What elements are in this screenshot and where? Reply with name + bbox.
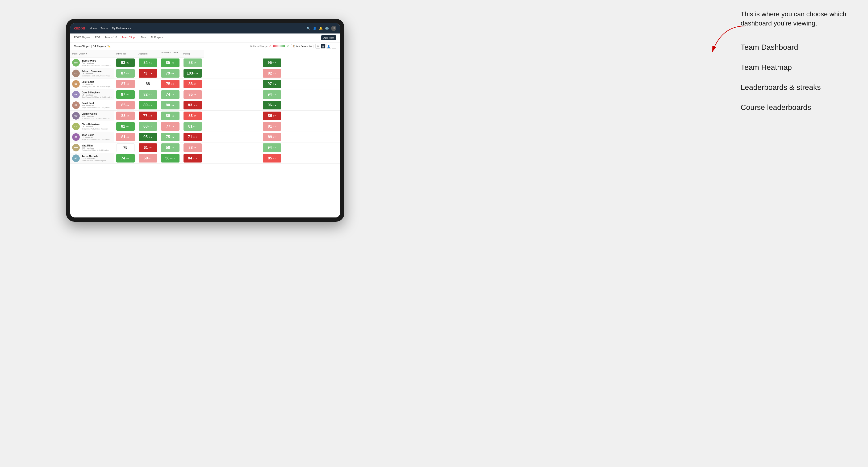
search-icon[interactable]: 🔍: [307, 27, 310, 30]
player-handicap-1: 1-5 Handicap: [82, 73, 112, 75]
score-putting-4: 96 +3▲: [204, 100, 340, 111]
score-quality-1: 87 +1▲: [114, 68, 136, 79]
table-row: EC Edward Crossman 1-5 Handicap Sunningd…: [70, 68, 340, 79]
data-table: Player Quality ▾ Off the Tee — Approach …: [70, 50, 340, 164]
score-putting-9: 85 -4▼: [204, 153, 340, 164]
table-row: CQ Charlie Quick 6-10 Handicap St. Georg…: [70, 111, 340, 121]
player-cell-5[interactable]: CQ Charlie Quick 6-10 Handicap St. Georg…: [70, 111, 114, 121]
score-off-tee-4: 89 +7▲: [136, 100, 159, 111]
sub-nav-all-players[interactable]: All Players: [151, 36, 163, 40]
player-club-5: St. George's Hill GC - Weybridge - Surre…: [82, 117, 112, 119]
player-avatar-7: JC: [72, 133, 80, 141]
add-team-button[interactable]: Add Team: [321, 35, 336, 40]
score-putting-8: 94 +3▲: [204, 143, 340, 153]
player-name-8: Matt Miller: [82, 144, 112, 147]
player-name-7: Josh Coles: [82, 134, 112, 136]
score-quality-0: 93 +4▲: [114, 58, 136, 68]
table-row: DF David Ford Plus Handicap Royal North …: [70, 100, 340, 111]
player-cell-4[interactable]: DF David Ford Plus Handicap Royal North …: [70, 100, 114, 111]
player-avatar-8: MM: [72, 144, 80, 151]
score-putting-5: 86 -8▼: [204, 111, 340, 121]
table-row: DB Dave Billingham 1-5 Handicap Gog Mago…: [70, 89, 340, 100]
score-quality-4: 85 -3▼: [114, 100, 136, 111]
sub-nav-pga[interactable]: PGA: [95, 36, 100, 40]
player-avatar-0: BM: [72, 59, 80, 66]
annotation-area: This is where you can choose which dashb…: [741, 9, 854, 122]
col-header-off-tee: Off the Tee —: [114, 50, 136, 58]
player-handicap-8: 6-10 Handicap: [82, 147, 112, 149]
player-info-7: Josh Coles 1-5 Handicap Royal North Devo…: [82, 134, 112, 141]
view-download-button[interactable]: ↓: [332, 44, 336, 49]
score-putting-7: 89 -2▼: [204, 132, 340, 143]
player-handicap-9: 11-15 Handicap: [82, 158, 112, 160]
player-info-6: Chris Robertson 1-5 Handicap Craigmillar…: [82, 123, 112, 130]
player-cell-3[interactable]: DB Dave Billingham 1-5 Handicap Gog Mago…: [70, 89, 114, 100]
score-putting-1: 92 -3▼: [204, 68, 340, 79]
score-putting-6: 91 -3▼: [204, 121, 340, 132]
player-cell-2[interactable]: EE Elliot Ebert 1-5 Handicap Sunningdale…: [70, 79, 114, 89]
score-around-green-8: 88 -2▼: [181, 143, 204, 153]
score-approach-0: 85 +8▲: [159, 58, 181, 68]
ipad-frame: clippd Home Teams My Performance 🔍 👤 🔔 ⚙…: [66, 19, 344, 222]
settings-icon[interactable]: ⚙️: [325, 27, 329, 30]
score-quality-5: 83 -3▼: [114, 111, 136, 121]
sub-nav-team-clippd[interactable]: Team Clippd: [122, 36, 136, 40]
sub-nav-hcaps[interactable]: Hcaps 1-5: [105, 36, 117, 40]
nav-link-my-performance[interactable]: My Performance: [112, 27, 131, 30]
score-off-tee-7: 95 +8▲: [136, 132, 159, 143]
ipad-screen: clippd Home Teams My Performance 🔍 👤 🔔 ⚙…: [70, 23, 340, 217]
player-info-9: Aaron Nicholls 11-15 Handicap Drift Golf…: [82, 155, 112, 162]
nav-logo: clippd: [74, 26, 85, 30]
score-around-green-0: 88 -1▼: [181, 58, 204, 68]
avatar[interactable]: U: [331, 26, 336, 31]
player-club-4: Royal North Devon Golf Club, United King…: [82, 106, 112, 109]
score-quality-3: 87 +4▲: [114, 89, 136, 100]
score-around-green-3: 85 -3▼: [181, 89, 204, 100]
col-header-putting: Putting —: [181, 50, 204, 58]
player-cell-7[interactable]: JC Josh Coles 1-5 Handicap Royal North D…: [70, 132, 114, 143]
score-putting-0: 95 +9▲: [204, 58, 340, 68]
team-header: Team Clippd | 14 Players ✏️ 20 Round Cha…: [70, 42, 340, 50]
player-avatar-9: AN: [72, 154, 80, 162]
player-cell-6[interactable]: CR Chris Robertson 1-5 Handicap Craigmil…: [70, 121, 114, 132]
menu-item-team-dashboard: Team Dashboard: [741, 42, 854, 53]
score-around-green-2: 86 -6▼: [181, 79, 204, 89]
legend-minus: -5: [269, 45, 271, 48]
player-club-0: Royal North Devon Golf Club, United King…: [82, 64, 112, 66]
view-grid-button[interactable]: ⊞: [315, 44, 320, 49]
score-approach-5: 80 +1▲: [159, 111, 181, 121]
bell-icon[interactable]: 🔔: [319, 27, 323, 30]
user-icon[interactable]: 👤: [313, 27, 316, 30]
round-change-label: 20 Round Change: [250, 45, 268, 48]
last-rounds-button[interactable]: 📋 Last Rounds: 20: [291, 44, 313, 49]
team-controls: 20 Round Change -5 +5 📋 Last Rounds: 20 …: [250, 44, 336, 49]
score-approach-2: 75 -3▼: [159, 79, 181, 89]
score-putting-3: 94 +1▲: [204, 89, 340, 100]
player-avatar-6: CR: [72, 123, 80, 130]
col-header-approach: Approach —: [136, 50, 159, 58]
score-approach-6: 77 -3▼: [159, 121, 181, 132]
sub-nav-pgat[interactable]: PGAT Players: [74, 36, 90, 40]
player-avatar-4: DF: [72, 101, 80, 109]
player-cell-8[interactable]: MM Matt Miller 6-10 Handicap Woburn Golf…: [70, 143, 114, 153]
table-row: EE Elliot Ebert 1-5 Handicap Sunningdale…: [70, 79, 340, 89]
score-putting-2: 97 +5▲: [204, 79, 340, 89]
player-name-9: Aaron Nicholls: [82, 155, 112, 158]
player-cell-9[interactable]: AN Aaron Nicholls 11-15 Handicap Drift G…: [70, 153, 114, 164]
nav-link-home[interactable]: Home: [90, 27, 97, 30]
player-info-0: Blair McHarg Plus Handicap Royal North D…: [82, 59, 112, 66]
nav-icons: 🔍 👤 🔔 ⚙️ U: [307, 26, 336, 31]
view-user-button[interactable]: 👤: [326, 44, 331, 49]
player-name-1: Edward Crossman: [82, 70, 112, 73]
view-heatmap-button[interactable]: ▦: [321, 44, 326, 49]
player-cell-1[interactable]: EC Edward Crossman 1-5 Handicap Sunningd…: [70, 68, 114, 79]
sub-nav: PGAT Players PGA Hcaps 1-5 Team Clippd T…: [70, 33, 340, 42]
nav-link-teams[interactable]: Teams: [100, 27, 108, 30]
menu-item-team-heatmap: Team Heatmap: [741, 62, 854, 73]
player-cell-0[interactable]: BM Blair McHarg Plus Handicap Royal Nort…: [70, 58, 114, 68]
player-name-6: Chris Robertson: [82, 123, 112, 126]
legend-bar: [273, 45, 285, 47]
sub-nav-tour[interactable]: Tour: [141, 36, 146, 40]
player-handicap-4: Plus Handicap: [82, 104, 112, 106]
score-off-tee-2: 88: [136, 79, 159, 89]
